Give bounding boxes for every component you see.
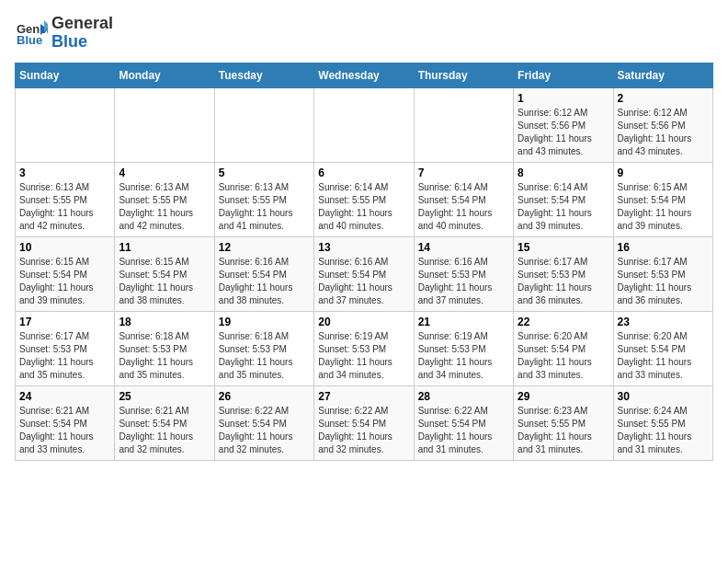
cell-info: Sunrise: 6:22 AM Sunset: 5:54 PM Dayligh… [318, 405, 409, 456]
day-number: 8 [518, 167, 609, 179]
cell-info: Sunrise: 6:20 AM Sunset: 5:54 PM Dayligh… [518, 330, 609, 382]
cell-info: Sunrise: 6:19 AM Sunset: 5:53 PM Dayligh… [318, 330, 409, 382]
calendar-week-row: 1Sunrise: 6:12 AM Sunset: 5:56 PM Daylig… [16, 87, 713, 162]
calendar-cell: 2Sunrise: 6:12 AM Sunset: 5:56 PM Daylig… [613, 87, 712, 162]
page-header: General Blue General Blue [15, 15, 713, 52]
cell-info: Sunrise: 6:22 AM Sunset: 5:54 PM Dayligh… [418, 405, 509, 456]
calendar-week-row: 10Sunrise: 6:15 AM Sunset: 5:54 PM Dayli… [16, 236, 713, 311]
day-number: 5 [219, 167, 310, 179]
day-number: 2 [618, 92, 709, 105]
day-number: 28 [418, 390, 509, 403]
cell-info: Sunrise: 6:15 AM Sunset: 5:54 PM Dayligh… [618, 181, 709, 233]
day-number: 18 [119, 316, 210, 328]
day-number: 7 [418, 167, 509, 179]
day-number: 20 [318, 316, 409, 328]
day-number: 23 [618, 316, 709, 328]
calendar-cell: 4Sunrise: 6:13 AM Sunset: 5:55 PM Daylig… [115, 162, 214, 236]
calendar-cell: 25Sunrise: 6:21 AM Sunset: 5:54 PM Dayli… [115, 385, 214, 460]
logo: General Blue General Blue [15, 15, 113, 52]
calendar-table: SundayMondayTuesdayWednesdayThursdayFrid… [15, 63, 713, 461]
calendar-cell: 18Sunrise: 6:18 AM Sunset: 5:53 PM Dayli… [115, 311, 214, 385]
calendar-cell: 8Sunrise: 6:14 AM Sunset: 5:54 PM Daylig… [514, 162, 613, 236]
cell-info: Sunrise: 6:17 AM Sunset: 5:53 PM Dayligh… [518, 256, 609, 307]
cell-info: Sunrise: 6:14 AM Sunset: 5:55 PM Dayligh… [318, 181, 409, 233]
calendar-cell: 20Sunrise: 6:19 AM Sunset: 5:53 PM Dayli… [314, 311, 414, 385]
calendar-week-row: 3Sunrise: 6:13 AM Sunset: 5:55 PM Daylig… [16, 162, 713, 236]
calendar-cell [214, 87, 313, 162]
calendar-cell: 23Sunrise: 6:20 AM Sunset: 5:54 PM Dayli… [613, 311, 712, 385]
cell-info: Sunrise: 6:18 AM Sunset: 5:53 PM Dayligh… [119, 330, 210, 382]
cell-info: Sunrise: 6:16 AM Sunset: 5:54 PM Dayligh… [318, 256, 409, 307]
cell-info: Sunrise: 6:23 AM Sunset: 5:55 PM Dayligh… [518, 405, 609, 456]
calendar-cell: 15Sunrise: 6:17 AM Sunset: 5:53 PM Dayli… [514, 236, 613, 311]
cell-info: Sunrise: 6:13 AM Sunset: 5:55 PM Dayligh… [119, 181, 210, 233]
cell-info: Sunrise: 6:17 AM Sunset: 5:53 PM Dayligh… [19, 330, 110, 382]
cell-info: Sunrise: 6:17 AM Sunset: 5:53 PM Dayligh… [618, 256, 709, 307]
calendar-week-row: 17Sunrise: 6:17 AM Sunset: 5:53 PM Dayli… [16, 311, 713, 385]
calendar-cell: 28Sunrise: 6:22 AM Sunset: 5:54 PM Dayli… [414, 385, 513, 460]
cell-info: Sunrise: 6:22 AM Sunset: 5:54 PM Dayligh… [219, 405, 310, 456]
calendar-cell: 6Sunrise: 6:14 AM Sunset: 5:55 PM Daylig… [314, 162, 414, 236]
cell-info: Sunrise: 6:16 AM Sunset: 5:54 PM Dayligh… [219, 256, 310, 307]
logo-text-general: General [51, 15, 113, 33]
cell-info: Sunrise: 6:21 AM Sunset: 5:54 PM Dayligh… [19, 405, 110, 456]
day-number: 1 [518, 92, 609, 105]
cell-info: Sunrise: 6:12 AM Sunset: 5:56 PM Dayligh… [618, 107, 709, 158]
calendar-cell: 10Sunrise: 6:15 AM Sunset: 5:54 PM Dayli… [16, 236, 115, 311]
dow-header: Thursday [414, 63, 513, 87]
day-number: 25 [119, 390, 210, 403]
calendar-cell [115, 87, 214, 162]
day-number: 9 [618, 167, 709, 179]
dow-header: Sunday [16, 63, 115, 87]
cell-info: Sunrise: 6:16 AM Sunset: 5:53 PM Dayligh… [418, 256, 509, 307]
logo-icon: General Blue [15, 17, 48, 50]
calendar-cell: 7Sunrise: 6:14 AM Sunset: 5:54 PM Daylig… [414, 162, 513, 236]
calendar-cell: 30Sunrise: 6:24 AM Sunset: 5:55 PM Dayli… [613, 385, 712, 460]
cell-info: Sunrise: 6:15 AM Sunset: 5:54 PM Dayligh… [19, 256, 110, 307]
svg-text:Blue: Blue [17, 33, 42, 47]
calendar-cell: 14Sunrise: 6:16 AM Sunset: 5:53 PM Dayli… [414, 236, 513, 311]
cell-info: Sunrise: 6:14 AM Sunset: 5:54 PM Dayligh… [418, 181, 509, 233]
day-number: 27 [318, 390, 409, 403]
day-number: 3 [19, 167, 110, 179]
calendar-header: SundayMondayTuesdayWednesdayThursdayFrid… [16, 63, 713, 87]
calendar-cell: 3Sunrise: 6:13 AM Sunset: 5:55 PM Daylig… [16, 162, 115, 236]
day-number: 15 [518, 241, 609, 254]
calendar-cell: 22Sunrise: 6:20 AM Sunset: 5:54 PM Dayli… [514, 311, 613, 385]
calendar-cell [414, 87, 513, 162]
calendar-cell: 17Sunrise: 6:17 AM Sunset: 5:53 PM Dayli… [16, 311, 115, 385]
cell-info: Sunrise: 6:19 AM Sunset: 5:53 PM Dayligh… [418, 330, 509, 382]
day-number: 24 [19, 390, 110, 403]
cell-info: Sunrise: 6:15 AM Sunset: 5:54 PM Dayligh… [119, 256, 210, 307]
cell-info: Sunrise: 6:24 AM Sunset: 5:55 PM Dayligh… [618, 405, 709, 456]
day-number: 12 [219, 241, 310, 254]
calendar-cell: 26Sunrise: 6:22 AM Sunset: 5:54 PM Dayli… [214, 385, 313, 460]
calendar-cell: 5Sunrise: 6:13 AM Sunset: 5:55 PM Daylig… [214, 162, 313, 236]
day-number: 22 [518, 316, 609, 328]
day-number: 13 [318, 241, 409, 254]
calendar-cell: 27Sunrise: 6:22 AM Sunset: 5:54 PM Dayli… [314, 385, 414, 460]
calendar-cell [314, 87, 414, 162]
calendar-week-row: 24Sunrise: 6:21 AM Sunset: 5:54 PM Dayli… [16, 385, 713, 460]
day-number: 4 [119, 167, 210, 179]
cell-info: Sunrise: 6:14 AM Sunset: 5:54 PM Dayligh… [518, 181, 609, 233]
calendar-cell: 9Sunrise: 6:15 AM Sunset: 5:54 PM Daylig… [613, 162, 712, 236]
day-number: 16 [618, 241, 709, 254]
calendar-cell [16, 87, 115, 162]
cell-info: Sunrise: 6:13 AM Sunset: 5:55 PM Dayligh… [19, 181, 110, 233]
day-number: 17 [19, 316, 110, 328]
cell-info: Sunrise: 6:13 AM Sunset: 5:55 PM Dayligh… [219, 181, 310, 233]
day-number: 26 [219, 390, 310, 403]
dow-header: Monday [115, 63, 214, 87]
calendar-cell: 11Sunrise: 6:15 AM Sunset: 5:54 PM Dayli… [115, 236, 214, 311]
cell-info: Sunrise: 6:21 AM Sunset: 5:54 PM Dayligh… [119, 405, 210, 456]
calendar-cell: 19Sunrise: 6:18 AM Sunset: 5:53 PM Dayli… [214, 311, 313, 385]
day-number: 30 [618, 390, 709, 403]
dow-header: Tuesday [214, 63, 313, 87]
logo-text-blue: Blue [51, 33, 113, 52]
dow-header: Friday [514, 63, 613, 87]
cell-info: Sunrise: 6:18 AM Sunset: 5:53 PM Dayligh… [219, 330, 310, 382]
day-number: 29 [518, 390, 609, 403]
cell-info: Sunrise: 6:12 AM Sunset: 5:56 PM Dayligh… [518, 107, 609, 158]
calendar-cell: 1Sunrise: 6:12 AM Sunset: 5:56 PM Daylig… [514, 87, 613, 162]
